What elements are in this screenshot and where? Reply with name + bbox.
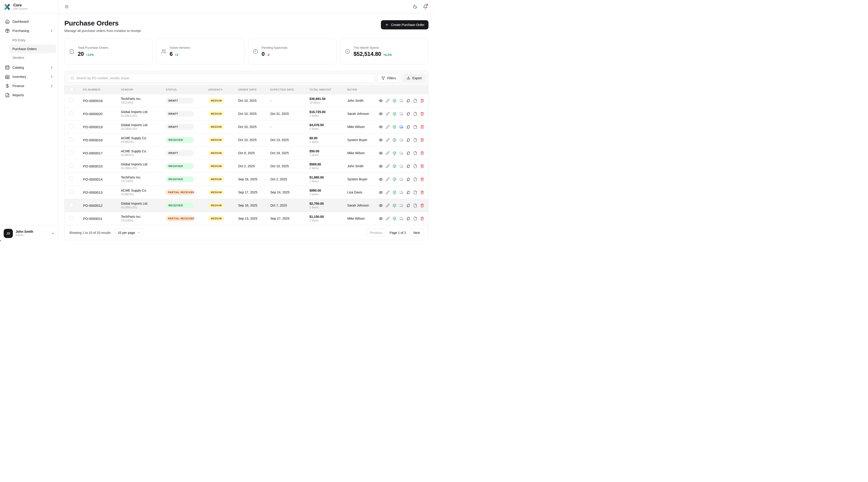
view-button[interactable] xyxy=(379,217,383,221)
receive-truck-icon[interactable] xyxy=(400,138,403,142)
column-header-total-amount[interactable]: TOTAL AMOUNT xyxy=(304,88,342,91)
document-button[interactable] xyxy=(413,217,417,221)
row-checkbox[interactable] xyxy=(69,98,73,102)
duplicate-button[interactable] xyxy=(406,112,410,116)
edit-button[interactable] xyxy=(386,151,390,155)
row-checkbox[interactable] xyxy=(69,177,73,181)
view-button[interactable] xyxy=(379,138,383,142)
notifications-button[interactable] xyxy=(423,4,428,9)
duplicate-button[interactable] xyxy=(406,203,410,207)
duplicate-button[interactable] xyxy=(406,190,410,194)
column-header-status[interactable]: STATUS xyxy=(160,88,203,91)
table-row[interactable]: PO-0000015 Global Imports Ltd. GLOBAL001… xyxy=(65,159,428,172)
row-checkbox[interactable] xyxy=(69,203,73,207)
receive-truck-icon[interactable] xyxy=(400,125,403,129)
delete-button[interactable] xyxy=(420,190,424,194)
table-row[interactable]: PO-0000014 TechParts Inc. TECH001 RECEIV… xyxy=(65,172,428,186)
delete-button[interactable] xyxy=(420,151,424,155)
duplicate-button[interactable] xyxy=(406,151,410,155)
delete-button[interactable] xyxy=(420,164,424,168)
sidebar-item-dashboard[interactable]: Dashboard xyxy=(3,17,56,26)
table-row[interactable]: PO-0000011 TechParts Inc. TECH001 PARTIA… xyxy=(65,212,428,225)
receive-button[interactable] xyxy=(393,112,397,116)
edit-button[interactable] xyxy=(386,138,390,142)
document-button[interactable] xyxy=(413,112,417,116)
sidebar-item-inventory[interactable]: Inventory xyxy=(3,72,56,81)
table-row[interactable]: PO-0000013 ACME Supply Co. ACME001 PARTI… xyxy=(65,186,428,199)
filters-button[interactable]: Filters xyxy=(377,74,400,83)
receive-truck-icon[interactable] xyxy=(400,217,403,221)
document-button[interactable] xyxy=(413,151,417,155)
delete-button[interactable] xyxy=(420,112,424,116)
column-header-order-date[interactable]: ORDER DATE xyxy=(232,88,265,91)
sidebar-item-finance[interactable]: Finance xyxy=(3,81,56,91)
dark-mode-moon-icon[interactable] xyxy=(413,4,417,9)
row-checkbox[interactable] xyxy=(69,164,73,168)
receive-truck-icon[interactable] xyxy=(400,190,403,194)
row-checkbox[interactable] xyxy=(69,151,73,155)
receive-truck-icon[interactable] xyxy=(400,203,403,207)
duplicate-button[interactable] xyxy=(406,138,410,142)
menu-icon[interactable] xyxy=(64,4,69,9)
sidebar-item-purchasing[interactable]: Purchasing xyxy=(3,26,56,35)
document-button[interactable] xyxy=(413,203,417,207)
receive-truck-icon[interactable] xyxy=(400,151,403,155)
duplicate-button[interactable] xyxy=(406,164,410,168)
sidebar-item-catalog[interactable]: Catalog xyxy=(3,63,56,72)
view-button[interactable] xyxy=(379,178,383,181)
delete-button[interactable] xyxy=(420,203,424,207)
edit-button[interactable] xyxy=(386,178,390,181)
column-header-buyer[interactable]: BUYER xyxy=(342,88,376,91)
document-button[interactable] xyxy=(413,99,417,103)
delete-button[interactable] xyxy=(420,217,424,221)
receive-button[interactable] xyxy=(393,138,397,142)
sidebar-item-reports[interactable]: Reports xyxy=(3,91,56,100)
document-button[interactable] xyxy=(413,178,417,181)
view-button[interactable] xyxy=(379,203,383,207)
column-header-po-number[interactable]: PO NUMBER xyxy=(78,88,115,91)
view-button[interactable] xyxy=(379,125,383,129)
table-row[interactable]: PO-0000017 ACME Supply Co. ACME001 DRAFT… xyxy=(65,146,428,159)
column-header-urgency[interactable]: URGENCY xyxy=(203,88,232,91)
table-row[interactable]: PO-0000018 TechParts Inc. TECH001 DRAFT … xyxy=(65,94,428,107)
receive-truck-icon[interactable] xyxy=(400,99,403,103)
delete-button[interactable] xyxy=(420,125,424,129)
edit-button[interactable] xyxy=(386,164,390,168)
row-checkbox[interactable] xyxy=(69,190,73,194)
table-row[interactable]: PO-0000020 Global Imports Ltd. GLOBAL001… xyxy=(65,107,428,120)
delete-button[interactable] xyxy=(420,99,424,103)
receive-button[interactable] xyxy=(393,178,397,181)
document-button[interactable] xyxy=(413,190,417,194)
document-button[interactable] xyxy=(413,138,417,142)
view-button[interactable] xyxy=(379,164,383,168)
receive-truck-icon[interactable] xyxy=(400,112,403,116)
delete-button[interactable] xyxy=(420,178,424,181)
view-button[interactable] xyxy=(379,112,383,116)
receive-button[interactable] xyxy=(393,164,397,168)
select-all-checkbox[interactable] xyxy=(69,87,73,91)
edit-button[interactable] xyxy=(386,190,390,194)
view-button[interactable] xyxy=(379,99,383,103)
page-size-select[interactable]: 10 per page xyxy=(115,228,144,237)
receive-button[interactable] xyxy=(393,99,397,103)
previous-page-button[interactable]: Previous xyxy=(366,228,386,237)
document-button[interactable] xyxy=(413,164,417,168)
row-checkbox[interactable] xyxy=(69,124,73,128)
table-row[interactable]: PO-0000019 Global Imports Ltd. GLOBAL001… xyxy=(65,120,428,133)
column-header-vendor[interactable]: VENDOR xyxy=(115,88,160,91)
edit-button[interactable] xyxy=(386,203,390,207)
export-button[interactable]: Export xyxy=(403,74,426,83)
table-row[interactable]: PO-0000016 ACME Supply Co. ACME001 RECEI… xyxy=(65,133,428,146)
receive-button[interactable] xyxy=(393,203,397,207)
receive-button[interactable] xyxy=(393,217,397,221)
sidebar-item-vendors[interactable]: Vendors xyxy=(9,53,56,62)
search-input[interactable] xyxy=(67,74,375,83)
sidebar-item-purchase-orders[interactable]: Purchase Orders xyxy=(9,44,56,53)
duplicate-button[interactable] xyxy=(406,125,410,129)
delete-button[interactable] xyxy=(420,138,424,142)
row-checkbox[interactable] xyxy=(69,137,73,141)
edit-button[interactable] xyxy=(386,217,390,221)
receive-button[interactable] xyxy=(393,190,397,194)
receive-button[interactable] xyxy=(393,125,397,129)
edit-button[interactable] xyxy=(386,99,390,103)
